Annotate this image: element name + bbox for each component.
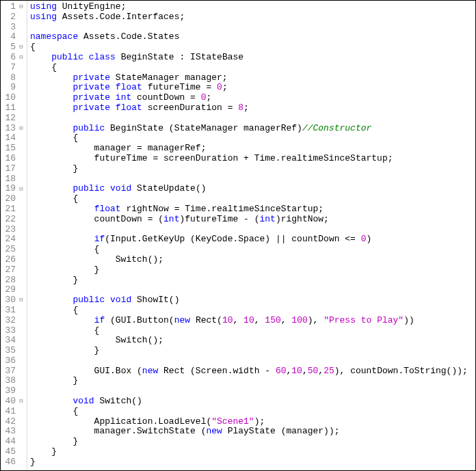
code-area[interactable]: using UnityEngine;using Assets.Code.Inte… (27, 1, 475, 470)
gutter-line: 10 (3, 93, 25, 103)
code-line[interactable]: namespace Assets.Code.States (30, 32, 473, 42)
code-line[interactable] (30, 386, 473, 396)
line-number: 22 (3, 215, 16, 225)
code-line[interactable]: { (30, 194, 473, 204)
code-line[interactable]: public class BeginState : IStateBase (30, 53, 473, 63)
code-line[interactable]: manager.SwitchState (new PlayState (mana… (30, 427, 473, 437)
gutter-line: 14 (3, 133, 25, 144)
token-text (105, 295, 110, 305)
token-text: BeginState (StateManager managerRef) (105, 123, 302, 133)
token-text: ) (367, 234, 372, 244)
token-num: 50 (308, 366, 319, 376)
fold-toggle[interactable]: ⊟ (17, 186, 25, 193)
line-number: 15 (3, 144, 16, 154)
token-text: manager = managerRef; (30, 143, 206, 153)
line-number: 8 (3, 73, 16, 83)
code-line[interactable]: { (30, 42, 473, 53)
line-number: 19 (3, 184, 16, 194)
fold-toggle[interactable]: ⊟ (17, 297, 25, 304)
code-line[interactable]: public void StateUpdate() (30, 184, 473, 194)
code-line[interactable]: public BeginState (StateManager managerR… (30, 124, 473, 134)
line-number: 41 (3, 407, 16, 417)
token-num: 8 (238, 103, 243, 113)
code-line[interactable] (30, 113, 473, 124)
code-line[interactable]: futureTime = screenDuration + Time.realt… (30, 154, 473, 164)
line-number: 39 (3, 386, 16, 396)
token-text: Application (30, 416, 153, 427)
line-number: 34 (3, 336, 16, 346)
code-line[interactable]: } (30, 376, 473, 386)
fold-toggle[interactable]: ⊟ (17, 125, 25, 132)
code-line[interactable]: Switch(); (30, 255, 473, 265)
gutter-line: 40⊟ (3, 396, 25, 407)
code-line[interactable]: private float futureTime = 0; (30, 83, 473, 93)
code-line[interactable]: GUI.Box (new Rect (Screen.width - 60,10,… (30, 366, 473, 377)
code-line[interactable]: private StateManager manager; (30, 73, 473, 83)
code-line[interactable] (30, 356, 473, 366)
line-number: 31 (3, 306, 16, 316)
line-number: 16 (3, 154, 16, 164)
code-line[interactable]: Application.LoadLevel("Scene1"); (30, 417, 473, 427)
code-line[interactable]: { (30, 306, 473, 316)
fold-toggle[interactable]: ⊟ (17, 54, 25, 61)
line-number: 6 (3, 53, 16, 63)
code-line[interactable]: } (30, 437, 473, 447)
code-line[interactable]: void Switch() (30, 396, 473, 407)
code-line[interactable]: if(Input.GetKeyUp (KeyCode.Space) || cou… (30, 234, 473, 245)
code-line[interactable]: private int countDown = 0; (30, 93, 473, 103)
code-line[interactable]: float rightNow = Time.realtimeSinceStart… (30, 204, 473, 215)
line-number: 32 (3, 316, 16, 326)
code-line[interactable]: { (30, 133, 473, 144)
token-text: } (30, 457, 36, 467)
code-line[interactable]: public void ShowIt() (30, 295, 473, 306)
code-line[interactable]: } (30, 164, 473, 174)
code-line[interactable]: } (30, 447, 473, 457)
code-line[interactable]: if (GUI.Button(new Rect(10, 10, 150, 100… (30, 316, 473, 326)
gutter-line: 42 (3, 417, 25, 427)
token-text: manager (30, 426, 131, 436)
code-line[interactable]: { (30, 407, 473, 417)
line-number: 33 (3, 326, 16, 336)
code-line[interactable] (30, 225, 473, 235)
code-line[interactable] (30, 23, 473, 33)
token-text: countDown = ( (30, 214, 163, 224)
code-line[interactable]: } (30, 275, 473, 286)
fold-toggle[interactable]: ⊟ (17, 44, 25, 51)
token-kw: int (116, 92, 131, 103)
code-line[interactable]: countDown = (int)futureTime - (int)right… (30, 215, 473, 225)
code-line[interactable]: { (30, 63, 473, 73)
fold-toggle[interactable]: ⊟ (17, 398, 25, 405)
token-text: Assets (57, 12, 94, 22)
fold-toggle[interactable]: ⊟ (17, 3, 25, 10)
token-kw: namespace (30, 31, 78, 42)
code-line[interactable]: } (30, 265, 473, 275)
token-num: 10 (291, 366, 302, 376)
line-number: 7 (3, 63, 16, 73)
token-text: , (233, 315, 244, 325)
code-line[interactable]: using UnityEngine; (30, 2, 473, 12)
code-line[interactable] (30, 285, 473, 295)
token-text: ; (222, 82, 228, 92)
token-text: .Interfaces; (121, 12, 185, 22)
line-number: 45 (3, 447, 16, 457)
line-number: 23 (3, 225, 16, 235)
code-line[interactable] (30, 174, 473, 185)
code-line[interactable]: using Assets.Code.Interfaces; (30, 12, 473, 23)
code-line[interactable]: manager = managerRef; (30, 144, 473, 154)
token-num: 100 (291, 315, 307, 325)
code-line[interactable]: Switch(); (30, 336, 473, 346)
code-line[interactable]: } (30, 457, 473, 468)
code-line[interactable]: } (30, 346, 473, 356)
token-text (110, 82, 116, 92)
token-kw: void (110, 295, 131, 305)
code-line[interactable]: private float screenDuration = 8; (30, 103, 473, 113)
code-line[interactable]: { (30, 326, 473, 336)
token-text: , (281, 315, 292, 325)
token-text: , (318, 366, 323, 376)
token-text (30, 52, 51, 62)
line-number: 12 (3, 113, 16, 124)
line-number: 37 (3, 366, 16, 377)
token-kw: float (116, 82, 142, 92)
token-kw: private (72, 82, 110, 92)
code-line[interactable]: { (30, 245, 473, 255)
